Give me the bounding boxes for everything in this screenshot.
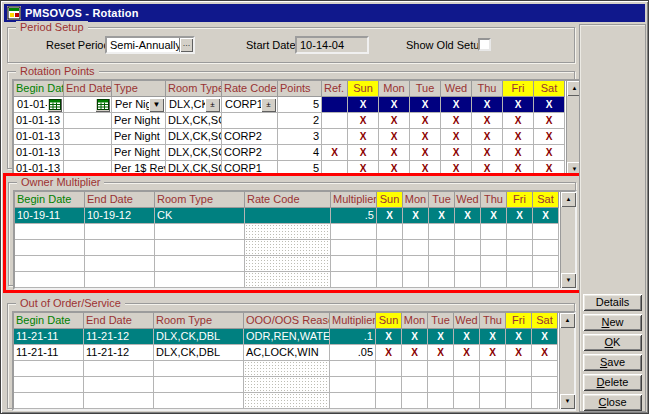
cell-fri[interactable]: X <box>503 97 534 113</box>
cell-thu[interactable] <box>481 272 507 288</box>
owner-multiplier-scroll-up-icon[interactable]: ▲ <box>561 192 576 207</box>
cell-tue[interactable] <box>429 272 455 288</box>
cell-wed[interactable]: X <box>454 345 480 361</box>
owner-multiplier-scrollbar[interactable]: ▲▼ <box>560 192 575 288</box>
cell-tue[interactable]: X <box>410 113 441 129</box>
out-of-order-service-empty-row[interactable] <box>14 393 574 409</box>
show-old-setup-checkbox[interactable] <box>478 38 491 51</box>
cell-thu[interactable] <box>480 377 506 393</box>
cell-sun[interactable] <box>377 256 403 272</box>
cell-sat[interactable] <box>533 240 559 256</box>
room-type-editor[interactable]: DLX,CK,SGI± <box>166 97 222 113</box>
cell-end-date[interactable] <box>85 224 155 240</box>
cell-thu[interactable] <box>480 393 506 409</box>
rotation-row[interactable]: 01-01-13Per NightDLX,CK,SGK,K)CORP24XXXX… <box>14 145 581 161</box>
cell-end-date[interactable] <box>64 129 112 145</box>
cell-mon[interactable]: X <box>402 345 428 361</box>
cell-end-date[interactable] <box>64 113 112 129</box>
cell-sun[interactable] <box>376 361 402 377</box>
out-of-order-row[interactable]: 11-21-1111-21-12DLX,CK,DBLODR,REN,WATER.… <box>14 329 574 345</box>
cell-sun[interactable]: X <box>376 345 402 361</box>
cell-begin-date[interactable]: 11-21-11 <box>14 329 84 345</box>
calendar-icon[interactable] <box>95 98 110 112</box>
cell-multiplier[interactable]: .05 <box>330 345 376 361</box>
rotation-row[interactable]: 01-01-13Per Night▼DLX,CK,SGI±CORP1±5XXXX… <box>14 97 581 113</box>
cell-tue[interactable]: X <box>429 208 455 224</box>
cell-mon[interactable]: X <box>379 145 410 161</box>
cell-ooo-oos-reason[interactable]: ODR,REN,WATER <box>244 329 330 345</box>
cell-points[interactable]: 5 <box>278 97 322 113</box>
cell-room-type[interactable] <box>155 256 245 272</box>
out-of-order-service-empty-row[interactable] <box>14 377 574 393</box>
cell-room-type[interactable] <box>154 361 244 377</box>
cell-mon[interactable] <box>402 377 428 393</box>
owner-multiplier-empty-row[interactable] <box>15 240 575 256</box>
cell-tue[interactable]: X <box>410 97 441 113</box>
cell-tue[interactable] <box>428 361 454 377</box>
cell-mon[interactable] <box>403 272 429 288</box>
cell-fri[interactable] <box>507 224 533 240</box>
cell-sun[interactable] <box>377 272 403 288</box>
cell-wed[interactable]: X <box>441 145 472 161</box>
cell-wed[interactable]: X <box>441 129 472 145</box>
cell-end-date[interactable]: 10-19-12 <box>85 208 155 224</box>
cell-rate-code[interactable] <box>245 224 331 240</box>
cell-thu[interactable]: X <box>480 345 506 361</box>
cell-end-date[interactable] <box>85 272 155 288</box>
cell-fri[interactable] <box>507 240 533 256</box>
cell-begin-date[interactable] <box>14 361 84 377</box>
cell-thu[interactable] <box>481 224 507 240</box>
cell-points[interactable]: 3 <box>278 129 322 145</box>
cell-sun[interactable]: X <box>348 113 379 129</box>
cell-fri[interactable] <box>506 377 532 393</box>
cell-sat[interactable]: X <box>534 145 565 161</box>
new-button[interactable]: New <box>583 314 642 331</box>
cell-ref[interactable] <box>322 97 348 113</box>
cell-multiplier[interactable] <box>330 393 376 409</box>
cell-tue[interactable]: X <box>410 145 441 161</box>
cell-multiplier[interactable] <box>331 240 377 256</box>
cell-rate-code[interactable]: CORP2 <box>222 129 278 145</box>
cell-rate-code[interactable] <box>245 272 331 288</box>
cell-mon[interactable]: X <box>379 97 410 113</box>
cell-begin-date[interactable]: 01-01-13 <box>14 145 64 161</box>
cell-thu[interactable] <box>480 361 506 377</box>
cell-multiplier[interactable] <box>331 256 377 272</box>
close-button[interactable]: Close <box>583 394 642 411</box>
cell-thu[interactable]: X <box>472 97 503 113</box>
cell-sat[interactable] <box>533 224 559 240</box>
cell-end-date[interactable]: 11-21-12 <box>84 329 154 345</box>
cell-sun[interactable] <box>377 240 403 256</box>
cell-wed[interactable] <box>455 272 481 288</box>
cell-begin-date[interactable] <box>15 272 85 288</box>
out-of-order-row[interactable]: 11-21-1111-21-12DLX,CK,DBLAC,LOCK,WIN.05… <box>14 345 574 361</box>
cell-room-type[interactable]: DLX,CK,DBL <box>154 329 244 345</box>
lov-plusminus-icon[interactable]: ± <box>205 98 220 112</box>
cell-wed[interactable] <box>454 377 480 393</box>
cell-sat[interactable]: X <box>533 208 559 224</box>
ok-button[interactable]: OK <box>583 334 642 351</box>
cell-thu[interactable]: X <box>472 145 503 161</box>
cell-begin-date[interactable]: 10-19-11 <box>15 208 85 224</box>
cell-tue[interactable]: X <box>428 345 454 361</box>
cell-tue[interactable] <box>429 224 455 240</box>
cell-begin-date[interactable] <box>15 224 85 240</box>
delete-button[interactable]: Delete <box>583 374 642 391</box>
cell-begin-date[interactable] <box>15 240 85 256</box>
cell-sun[interactable] <box>376 393 402 409</box>
cell-wed[interactable] <box>454 361 480 377</box>
cell-fri[interactable] <box>506 361 532 377</box>
cell-wed[interactable]: X <box>441 97 472 113</box>
cell-sat[interactable] <box>532 393 558 409</box>
cell-sat[interactable] <box>532 361 558 377</box>
cell-fri[interactable]: X <box>507 208 533 224</box>
start-date-field[interactable]: 10-14-04 <box>295 36 369 54</box>
cell-fri[interactable] <box>507 256 533 272</box>
cell-wed[interactable] <box>455 224 481 240</box>
cell-mon[interactable]: X <box>379 113 410 129</box>
cell-begin-date[interactable] <box>15 256 85 272</box>
cell-multiplier[interactable] <box>330 377 376 393</box>
cell-room-type[interactable] <box>154 393 244 409</box>
cell-fri[interactable]: X <box>503 145 534 161</box>
lov-plusminus-icon[interactable]: ± <box>261 98 276 112</box>
